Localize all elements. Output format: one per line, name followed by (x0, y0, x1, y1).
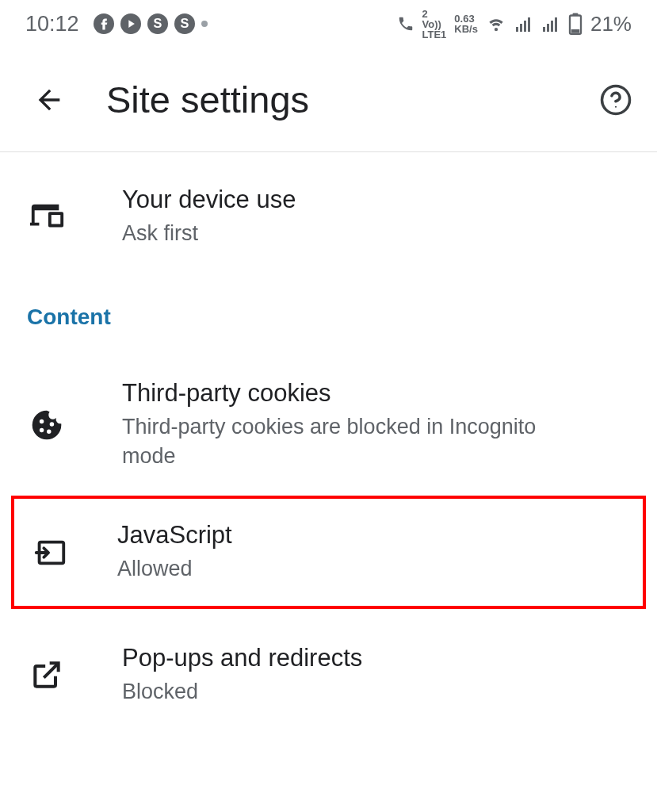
setting-javascript[interactable]: JavaScript Allowed (14, 499, 643, 605)
setting-subtitle: Blocked (122, 677, 630, 706)
play-icon (120, 13, 141, 34)
svg-text:S: S (153, 16, 162, 30)
setting-third-party-cookies[interactable]: Third-party cookies Third-party cookies … (0, 346, 657, 496)
svg-rect-16 (571, 29, 580, 33)
svg-rect-12 (551, 21, 553, 32)
devices-icon (27, 198, 67, 235)
setting-subtitle: Third-party cookies are blocked in Incog… (122, 412, 550, 470)
setting-subtitle: Allowed (117, 554, 627, 583)
svg-rect-10 (543, 27, 545, 32)
setting-popups-and-redirects[interactable]: Pop-ups and redirects Blocked (0, 609, 657, 731)
setting-your-device-use[interactable]: Your device use Ask first (0, 152, 657, 276)
setting-text: Third-party cookies Third-party cookies … (122, 379, 630, 470)
signal-icon-2 (541, 14, 560, 33)
open-in-new-icon (27, 657, 67, 692)
svg-rect-13 (555, 17, 557, 32)
svg-rect-9 (528, 17, 530, 32)
wifi-icon (486, 13, 506, 34)
battery-percentage: 21% (590, 12, 632, 36)
app-header: Site settings (0, 48, 657, 152)
status-time: 10:12 (25, 12, 79, 36)
cookie-icon (27, 408, 67, 442)
data-speed-indicator: 0.63 KB/s (454, 13, 478, 34)
signal-icon-1 (514, 14, 533, 33)
facebook-icon (94, 13, 114, 34)
status-notification-icons: S S (94, 13, 208, 34)
back-button[interactable] (27, 78, 71, 122)
section-header-content: Content (0, 276, 657, 346)
svg-text:S: S (180, 16, 189, 30)
javascript-icon (30, 534, 70, 571)
status-left: 10:12 S S (25, 12, 208, 36)
setting-text: JavaScript Allowed (117, 521, 627, 583)
page-title: Site settings (106, 78, 594, 121)
svg-rect-15 (572, 13, 578, 17)
setting-text: Your device use Ask first (122, 186, 630, 247)
more-notifications-dot (201, 21, 208, 27)
setting-subtitle: Ask first (122, 219, 630, 247)
highlight-javascript: JavaScript Allowed (11, 496, 646, 608)
svg-rect-11 (547, 24, 549, 32)
svg-rect-6 (516, 27, 518, 32)
setting-title: Your device use (122, 186, 630, 214)
volte-indicator: 2 Vo)) LTE1 (422, 9, 447, 40)
svg-rect-8 (524, 21, 526, 32)
call-icon (397, 15, 414, 33)
svg-rect-7 (520, 24, 522, 32)
setting-text: Pop-ups and redirects Blocked (122, 644, 630, 706)
battery-icon (568, 13, 583, 35)
skype-icon: S (147, 13, 168, 34)
skype-icon-2: S (174, 13, 195, 34)
status-bar: 10:12 S S 2 Vo)) LTE1 0.63 KB/s 21% (0, 0, 657, 48)
help-button[interactable] (594, 78, 638, 122)
help-icon (599, 83, 632, 117)
arrow-left-icon (33, 84, 65, 116)
status-right: 2 Vo)) LTE1 0.63 KB/s 21% (397, 9, 632, 40)
setting-title: Pop-ups and redirects (122, 644, 630, 672)
setting-title: JavaScript (117, 521, 627, 550)
svg-point-18 (615, 105, 617, 107)
setting-title: Third-party cookies (122, 379, 630, 408)
